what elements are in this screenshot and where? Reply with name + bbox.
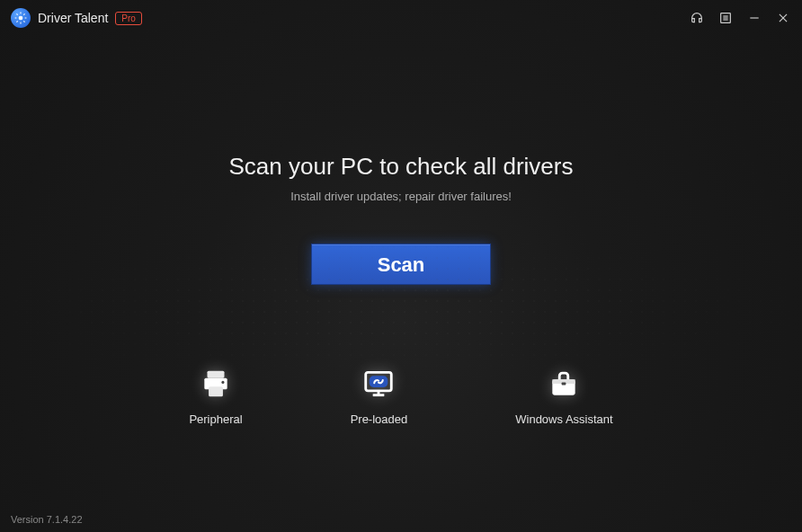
toolbox-icon	[546, 366, 582, 402]
minimize-icon[interactable]	[746, 10, 762, 26]
svg-point-0	[19, 16, 22, 20]
svg-rect-13	[370, 376, 388, 387]
tool-preloaded[interactable]: Pre-loaded	[351, 366, 408, 426]
tool-windows-assistant[interactable]: Windows Assistant	[515, 366, 612, 426]
svg-rect-18	[562, 382, 566, 385]
svg-point-11	[221, 381, 224, 384]
pro-badge: Pro	[115, 12, 142, 25]
version-label: Version 7.1.4.22	[11, 514, 83, 525]
titlebar-left: Driver Talent Pro	[11, 8, 142, 28]
tool-label: Peripheral	[189, 412, 242, 426]
main-content: Scan your PC to check all drivers Instal…	[0, 36, 802, 426]
headline: Scan your PC to check all drivers	[0, 153, 802, 181]
tool-label: Pre-loaded	[351, 412, 408, 426]
app-title: Driver Talent	[38, 11, 108, 25]
scan-button[interactable]: Scan	[311, 244, 491, 285]
preloaded-icon	[361, 366, 397, 402]
svg-rect-10	[209, 386, 223, 396]
printer-icon	[198, 366, 234, 402]
tools-row: Peripheral Pre-loaded	[0, 366, 802, 426]
app-logo-icon	[11, 8, 31, 28]
tool-label: Windows Assistant	[515, 412, 612, 426]
support-icon[interactable]	[689, 10, 705, 26]
subtext: Install driver updates; repair driver fa…	[0, 190, 802, 203]
svg-rect-8	[208, 371, 225, 378]
close-icon[interactable]	[775, 10, 791, 26]
tool-peripheral[interactable]: Peripheral	[189, 366, 242, 426]
titlebar: Driver Talent Pro	[0, 0, 802, 36]
menu-icon[interactable]	[717, 10, 734, 26]
titlebar-right	[689, 10, 791, 26]
